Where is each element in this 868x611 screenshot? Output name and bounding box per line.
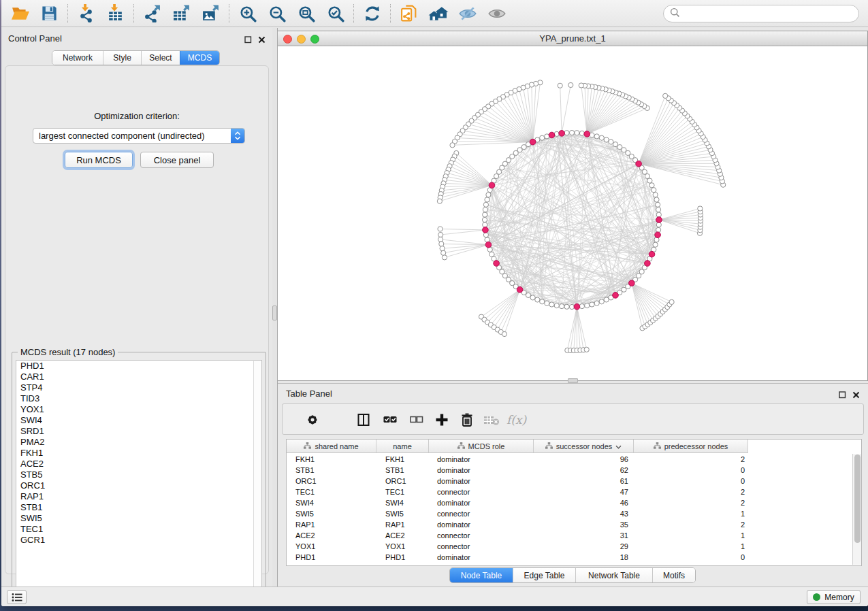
task-history-button[interactable]	[7, 590, 27, 604]
cell-shared_name[interactable]: ORC1	[287, 476, 376, 486]
open-file-button[interactable]	[5, 1, 35, 26]
cell-predecessor_nodes[interactable]: 2	[634, 497, 748, 508]
mcds-result-item[interactable]: RAP1	[16, 491, 253, 502]
tab-mcds[interactable]: MCDS	[180, 51, 219, 65]
select-all-columns-button[interactable]	[380, 410, 400, 429]
show-column-settings-button[interactable]	[302, 410, 323, 429]
zoom-selected-button[interactable]	[321, 1, 350, 26]
mcds-result-item[interactable]: ACE2	[16, 459, 253, 469]
mcds-result-item[interactable]: STP4	[16, 382, 253, 393]
duplicate-network-button[interactable]	[394, 1, 423, 26]
table-row[interactable]: ACE2ACE2connector311	[287, 530, 852, 541]
cell-successor_nodes[interactable]: 31	[534, 530, 634, 541]
cell-name[interactable]: ORC1	[376, 476, 429, 486]
splitter-handle[interactable]	[272, 306, 277, 320]
table-row[interactable]: STB1STB1dominator620	[287, 465, 852, 476]
cell-shared_name[interactable]: ACE2	[287, 530, 376, 541]
table-row[interactable]: SWI4SWI4dominator462	[287, 497, 852, 508]
cell-successor_nodes[interactable]: 47	[534, 486, 634, 497]
cell-mcds_role[interactable]: connector	[429, 541, 534, 552]
cell-shared_name[interactable]: STB1	[287, 465, 376, 476]
cell-name[interactable]: ACE2	[376, 530, 429, 541]
zoom-in-button[interactable]	[233, 1, 262, 26]
add-column-button[interactable]	[432, 410, 452, 429]
float-panel-icon[interactable]	[244, 34, 252, 46]
cell-successor_nodes[interactable]: 61	[534, 476, 634, 486]
column-header-predecessor-nodes[interactable]: predecessor nodes	[634, 440, 748, 452]
close-panel-icon[interactable]	[852, 389, 860, 401]
mcds-result-item[interactable]: TEC1	[16, 524, 253, 535]
table-row[interactable]: SWI5SWI5connector431	[287, 508, 852, 519]
table-row[interactable]: FKH1FKH1dominator962	[287, 454, 852, 465]
network-window-titlebar[interactable]: YPA_prune.txt_1	[278, 31, 867, 46]
criterion-select[interactable]: largest connected component (undirected)	[33, 128, 245, 144]
cell-successor_nodes[interactable]: 96	[534, 454, 634, 465]
mcds-result-item[interactable]: GCR1	[16, 535, 253, 546]
column-header-MCDS-role[interactable]: MCDS role	[429, 440, 534, 452]
mcds-result-item[interactable]: CAR1	[16, 371, 253, 382]
import-table-button[interactable]	[101, 1, 130, 26]
cell-predecessor_nodes[interactable]: 1	[634, 508, 748, 519]
cell-mcds_role[interactable]: dominator	[429, 552, 534, 563]
table-row[interactable]: PHD1PHD1dominator180	[287, 552, 852, 563]
cell-name[interactable]: FKH1	[376, 454, 429, 465]
export-network-button[interactable]	[138, 1, 167, 26]
hide-selected-button[interactable]	[453, 1, 482, 26]
cell-shared_name[interactable]: SWI4	[287, 497, 376, 508]
table-row[interactable]: TEC1TEC1connector472	[287, 486, 852, 497]
zoom-out-button[interactable]	[262, 1, 291, 26]
tab-network[interactable]: Network	[52, 51, 103, 65]
zoom-fit-button[interactable]	[291, 1, 321, 26]
cell-successor_nodes[interactable]: 35	[534, 519, 634, 530]
cell-predecessor_nodes[interactable]: 1	[634, 530, 748, 541]
column-header-shared-name[interactable]: shared name	[287, 440, 376, 452]
cell-mcds_role[interactable]: dominator	[429, 497, 534, 508]
cell-mcds_role[interactable]: dominator	[429, 465, 534, 476]
close-panel-icon[interactable]	[258, 34, 266, 46]
cell-predecessor_nodes[interactable]: 2	[634, 486, 748, 497]
cell-name[interactable]: STB1	[376, 465, 429, 476]
cell-successor_nodes[interactable]: 18	[534, 552, 634, 563]
vertical-splitter[interactable]	[272, 28, 278, 587]
cell-successor_nodes[interactable]: 46	[534, 497, 634, 508]
cell-predecessor_nodes[interactable]: 0	[634, 552, 748, 563]
mcds-result-item[interactable]: FKH1	[16, 448, 253, 459]
export-image-button[interactable]	[196, 1, 225, 26]
cell-predecessor_nodes[interactable]: 1	[634, 541, 748, 552]
cell-mcds_role[interactable]: dominator	[429, 454, 534, 465]
cell-mcds_role[interactable]: connector	[429, 486, 534, 497]
column-header-successor-nodes[interactable]: successor nodes	[534, 440, 634, 452]
tab-node-table[interactable]: Node Table	[450, 568, 513, 582]
close-panel-button[interactable]: Close panel	[140, 152, 214, 168]
memory-button[interactable]: Memory	[807, 590, 861, 604]
delete-columns-button[interactable]	[457, 410, 477, 429]
import-network-button[interactable]	[71, 1, 101, 26]
mcds-result-item[interactable]: SRD1	[16, 426, 253, 437]
cell-predecessor_nodes[interactable]: 2	[634, 519, 748, 530]
cell-name[interactable]: YOX1	[376, 541, 429, 552]
cell-name[interactable]: SWI4	[376, 497, 429, 508]
table-scrollbar-thumb[interactable]	[854, 455, 861, 543]
save-session-button[interactable]	[35, 1, 64, 26]
mcds-result-item[interactable]: SWI4	[16, 415, 253, 426]
unselect-all-columns-button[interactable]	[406, 410, 426, 429]
search-box[interactable]	[663, 5, 859, 22]
run-mcds-button[interactable]: Run MCDS	[65, 152, 133, 168]
mcds-result-item[interactable]: ORC1	[16, 480, 253, 491]
network-view-canvas[interactable]	[278, 46, 867, 380]
table-row[interactable]: YOX1YOX1connector291	[287, 541, 852, 552]
refresh-view-button[interactable]	[357, 1, 387, 26]
mcds-result-item[interactable]: YOX1	[16, 404, 253, 415]
mcds-result-item[interactable]: STB5	[16, 469, 253, 480]
horizontal-splitter-handle[interactable]	[568, 378, 578, 383]
mcds-result-item[interactable]: PMA2	[16, 437, 253, 448]
cell-shared_name[interactable]: TEC1	[287, 486, 376, 497]
export-table-button[interactable]	[167, 1, 196, 26]
cell-successor_nodes[interactable]: 43	[534, 508, 634, 519]
tab-edge-table[interactable]: Edge Table	[513, 568, 575, 582]
cell-mcds_role[interactable]: connector	[429, 530, 534, 541]
show-all-button[interactable]	[482, 1, 511, 26]
cell-predecessor_nodes[interactable]: 0	[634, 465, 748, 476]
first-neighbors-button[interactable]	[423, 1, 453, 26]
split-table-button[interactable]	[353, 410, 374, 429]
